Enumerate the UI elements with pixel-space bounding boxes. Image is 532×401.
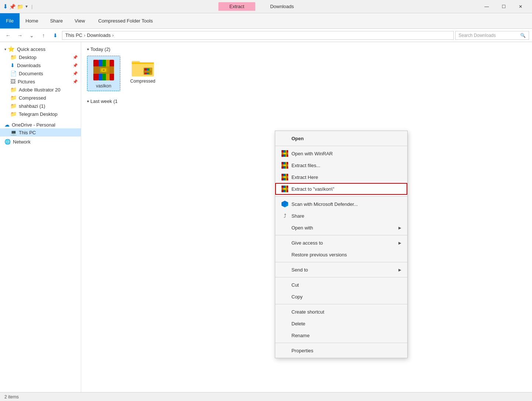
up-button[interactable]: ↑ [38, 30, 49, 41]
winrar-file-icon [92, 58, 115, 82]
chevron-icon: ▾ [87, 99, 89, 103]
recent-button[interactable]: ⌄ [27, 30, 37, 41]
ctx-copy-label: Copy [291, 294, 303, 300]
ctx-cut[interactable]: Cut [275, 279, 407, 291]
ctx-give-access-label: Give access to [291, 240, 323, 246]
ctx-properties[interactable]: Properties [275, 345, 407, 356]
sidebar-item-telegram[interactable]: 📁 Telegram Desktop [0, 110, 81, 118]
ctx-separator [275, 343, 407, 343]
sidebar-item-adobe[interactable]: 📁 Adobe Illustrator 20 [0, 86, 81, 94]
sidebar-downloads-label: Downloads [17, 63, 41, 68]
path-segment-thispc[interactable]: This PC [65, 32, 82, 38]
properties-icon [281, 347, 289, 354]
file-item-vasikon[interactable]: vasIkon [87, 56, 120, 91]
sidebar-item-downloads[interactable]: ⬇ Downloads 📌 [0, 61, 81, 69]
chevron-icon: ▾ [87, 47, 89, 51]
ctx-open-with[interactable]: Open with ▶ [275, 222, 407, 234]
file-label-compressed: Compressed [130, 79, 155, 84]
title-bar-left: ⬇ 📌 📁 ▼ | [3, 3, 34, 10]
winrar-icon [281, 173, 289, 181]
ctx-open-winrar[interactable]: Open with WinRAR [275, 148, 407, 159]
ctx-extract-here-label: Extract Here [291, 174, 318, 180]
status-bar: 2 items [0, 392, 532, 401]
sidebar-item-desktop[interactable]: 📁 Desktop 📌 [0, 53, 81, 61]
shortcut-icon [281, 308, 289, 315]
tab-file[interactable]: File [0, 13, 20, 28]
picture-icon: 🖼 [10, 79, 15, 84]
sidebar-item-documents[interactable]: 📄 Documents 📌 [0, 69, 81, 77]
sidebar-item-thispc[interactable]: 💻 This PC [0, 128, 81, 136]
file-grid-today: vasIkon [87, 56, 526, 91]
lastweek-section-header: ▾ Last week (1 [87, 98, 526, 104]
ctx-rename[interactable]: Rename [275, 329, 407, 341]
ctx-delete[interactable]: Delete [275, 318, 407, 329]
title-bar: ⬇ 📌 📁 ▼ | Extract Downloads — ☐ ✕ [0, 0, 532, 13]
ctx-create-shortcut-label: Create shortcut [291, 309, 324, 315]
ctx-properties-label: Properties [291, 348, 313, 353]
pin-icon: 📌 [73, 55, 78, 60]
sidebar-item-compressed[interactable]: 📁 Compressed [0, 94, 81, 102]
dropdown-arrow: ▼ [25, 4, 28, 8]
lastweek-label: Last week (1 [90, 98, 118, 104]
ctx-separator [275, 277, 407, 277]
pc-icon: 💻 [10, 129, 17, 135]
address-bar: ← → ⌄ ↑ ⬇ This PC › Downloads › Search D… [0, 29, 532, 42]
sidebar-onedrive[interactable]: ☁ OneDrive - Personal [0, 121, 81, 128]
ctx-extract-files[interactable]: Extract files... [275, 159, 407, 171]
content-area: ▾ Today (2) [81, 42, 532, 392]
back-button[interactable]: ← [3, 30, 13, 41]
tab-compressed-folder-tools[interactable]: Compressed Folder Tools [91, 13, 160, 28]
sidebar-quick-access[interactable]: ▾ ⭐ Quick access [0, 45, 81, 53]
address-path[interactable]: This PC › Downloads › [62, 31, 454, 40]
today-section-header: ▾ Today (2) [87, 46, 526, 52]
svg-rect-51 [283, 188, 286, 190]
restore-icon [281, 251, 289, 258]
folder-icon: 📁 [17, 4, 23, 10]
ctx-give-access[interactable]: Give access to ▶ [275, 237, 407, 249]
ctx-share[interactable]: ⤴ Share [275, 210, 407, 222]
ctx-send-to[interactable]: Send to ▶ [275, 264, 407, 276]
sidebar-item-pictures[interactable]: 🖼 Pictures 📌 [0, 77, 81, 86]
forward-button[interactable]: → [15, 30, 25, 41]
ctx-scan-defender[interactable]: Scan with Microsoft Defender... [275, 198, 407, 210]
ctx-scan-label: Scan with Microsoft Defender... [291, 201, 358, 207]
maximize-button[interactable]: ☐ [495, 0, 512, 13]
file-label-vasikon: vasIkon [96, 83, 111, 89]
sidebar: ▾ ⭐ Quick access 📁 Desktop 📌 ⬇ Downloads… [0, 42, 81, 392]
folder-icon: 📁 [10, 103, 17, 109]
path-segment-downloads[interactable]: Downloads [87, 32, 111, 38]
defender-icon [281, 200, 289, 208]
ctx-extract-here[interactable]: Extract Here [275, 171, 407, 183]
ctx-create-shortcut[interactable]: Create shortcut [275, 306, 407, 318]
document-icon: 📄 [10, 70, 17, 76]
extract-tab[interactable]: Extract [218, 2, 255, 11]
ctx-open[interactable]: Open [275, 132, 407, 144]
tab-share[interactable]: Share [44, 13, 69, 28]
winrar-icon [281, 185, 289, 193]
file-item-compressed[interactable]: Compressed [126, 56, 159, 91]
ctx-restore-versions[interactable]: Restore previous versions [275, 249, 407, 260]
tab-home[interactable]: Home [20, 13, 44, 28]
ctx-open-with-label: Open with [291, 225, 313, 231]
tab-view[interactable]: View [69, 13, 91, 28]
svg-rect-43 [283, 176, 286, 178]
search-box[interactable]: Search Downloads 🔍 [455, 31, 529, 40]
ctx-separator [275, 196, 407, 197]
copy-icon [281, 293, 289, 300]
sidebar-item-shahbazi[interactable]: 📁 shahbazi (1) [0, 102, 81, 110]
sidebar-network[interactable]: 🌐 Network [0, 138, 81, 145]
quick-access-icon: ⭐ [8, 46, 15, 52]
minimize-button[interactable]: — [478, 0, 495, 13]
ctx-copy[interactable]: Copy [275, 291, 407, 303]
ctx-share-label: Share [291, 213, 304, 219]
sidebar-onedrive-label: OneDrive - Personal [12, 122, 55, 128]
sidebar-desktop-label: Desktop [19, 55, 37, 60]
ctx-extract-to[interactable]: Extract to "vasIkon\" [275, 183, 407, 195]
pin-icon: 📌 [73, 63, 78, 68]
submenu-arrow: ▶ [398, 226, 401, 230]
close-button[interactable]: ✕ [512, 0, 529, 13]
context-menu: Open Open with WinR [275, 131, 408, 358]
main-layout: ▾ ⭐ Quick access 📁 Desktop 📌 ⬇ Downloads… [0, 42, 532, 392]
window-title: Downloads [270, 4, 294, 9]
separator: | [31, 4, 32, 9]
